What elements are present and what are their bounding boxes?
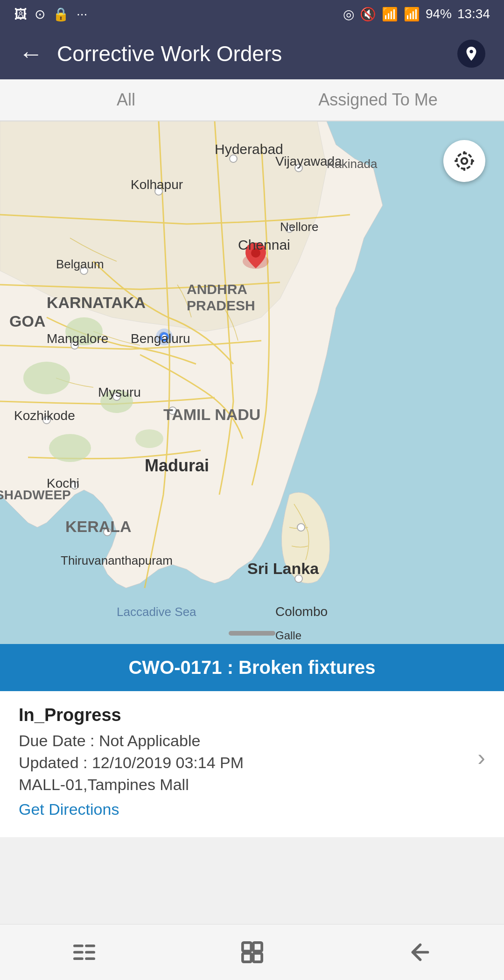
- back-button[interactable]: ←: [19, 40, 43, 68]
- svg-text:Colombo: Colombo: [275, 604, 328, 619]
- header-left: ← Corrective Work Orders: [19, 40, 282, 68]
- svg-point-5: [49, 434, 91, 462]
- svg-text:Madurai: Madurai: [145, 456, 209, 475]
- work-order-title: CWO-0171 : Broken fixtures: [128, 657, 375, 678]
- svg-rect-60: [253, 953, 261, 962]
- work-order-due-date: Due Date : Not Applicable: [19, 732, 485, 750]
- chevron-right-icon[interactable]: ›: [477, 744, 485, 771]
- lock-icon: 🔒: [53, 7, 69, 22]
- svg-text:Mangalore: Mangalore: [47, 331, 108, 346]
- status-left-icons: 🖼 ⊙ 🔒 ···: [14, 7, 87, 22]
- svg-text:SHADWEEP: SHADWEEP: [0, 488, 71, 502]
- bottom-nav: [0, 924, 504, 980]
- svg-text:KARNATAKA: KARNATAKA: [47, 294, 146, 311]
- header-location-button[interactable]: [457, 40, 485, 68]
- status-right-icons: ◎ 🔇 📶 📶 94% 13:34: [343, 7, 490, 22]
- bottom-nav-home[interactable]: [224, 934, 280, 971]
- locate-me-button[interactable]: [443, 140, 485, 182]
- svg-text:Kakinada: Kakinada: [327, 157, 378, 171]
- svg-text:KERALA: KERALA: [65, 518, 132, 535]
- time-display: 13:34: [457, 7, 490, 21]
- svg-text:Bengaluru: Bengaluru: [131, 331, 190, 346]
- svg-rect-58: [253, 943, 261, 951]
- svg-text:Thiruvananthapuram: Thiruvananthapuram: [61, 553, 173, 567]
- tab-bar: All Assigned To Me: [0, 79, 504, 121]
- svg-text:TAMIL NADU: TAMIL NADU: [163, 406, 260, 423]
- work-order-updated: Updated : 12/10/2019 03:14 PM: [19, 754, 485, 772]
- signal-icon: 📶: [404, 7, 420, 22]
- svg-text:Hyderabad: Hyderabad: [215, 141, 283, 157]
- svg-text:Mysuru: Mysuru: [98, 385, 141, 399]
- app-header: ← Corrective Work Orders: [0, 28, 504, 79]
- svg-text:Laccadive Sea: Laccadive Sea: [117, 605, 196, 619]
- tab-assigned[interactable]: Assigned To Me: [252, 79, 504, 120]
- bottom-nav-back[interactable]: [392, 934, 448, 971]
- svg-rect-57: [242, 943, 251, 951]
- svg-point-52: [456, 153, 472, 168]
- svg-text:PRADESH: PRADESH: [187, 298, 255, 313]
- mute-icon: 🔇: [360, 7, 376, 22]
- svg-point-6: [135, 429, 163, 448]
- work-order-location: MALL-01,Tampines Mall: [19, 776, 485, 794]
- bottom-nav-menu[interactable]: [56, 934, 112, 971]
- wifi-icon: 📶: [382, 7, 398, 22]
- svg-text:Galle: Galle: [275, 629, 301, 642]
- tab-all[interactable]: All: [0, 79, 252, 120]
- svg-text:Chennai: Chennai: [238, 237, 290, 252]
- svg-text:Kozhikode: Kozhikode: [14, 408, 75, 423]
- get-directions-link[interactable]: Get Directions: [19, 800, 119, 818]
- svg-rect-59: [242, 953, 251, 962]
- svg-point-3: [23, 362, 70, 394]
- work-order-status: In_Progress: [19, 705, 485, 725]
- dots-icon: ···: [77, 7, 87, 21]
- svg-point-19: [297, 524, 305, 531]
- svg-text:ANDHRA: ANDHRA: [187, 281, 247, 297]
- battery-level: 94%: [426, 7, 452, 21]
- clock-icon: ⊙: [35, 7, 45, 22]
- map-drag-handle[interactable]: [229, 631, 275, 636]
- svg-text:Kolhapur: Kolhapur: [131, 177, 183, 192]
- location-status-icon: ◎: [343, 7, 354, 22]
- status-bar: 🖼 ⊙ 🔒 ··· ◎ 🔇 📶 📶 94% 13:34: [0, 0, 504, 28]
- work-order-body: In_Progress Due Date : Not Applicable Up…: [0, 691, 504, 823]
- svg-text:Belgaum: Belgaum: [56, 257, 104, 271]
- work-order-card: CWO-0171 : Broken fixtures In_Progress D…: [0, 644, 504, 837]
- work-order-header-bar[interactable]: CWO-0171 : Broken fixtures: [0, 644, 504, 691]
- svg-point-51: [462, 158, 468, 164]
- svg-text:Sri Lanka: Sri Lanka: [247, 560, 319, 577]
- image-icon: 🖼: [14, 7, 27, 22]
- map-view[interactable]: Kolhapur Hyderabad Vijayawada Kakinada N…: [0, 121, 504, 644]
- svg-text:GOA: GOA: [9, 312, 45, 330]
- page-title: Corrective Work Orders: [57, 41, 282, 66]
- svg-text:Nellore: Nellore: [280, 220, 318, 234]
